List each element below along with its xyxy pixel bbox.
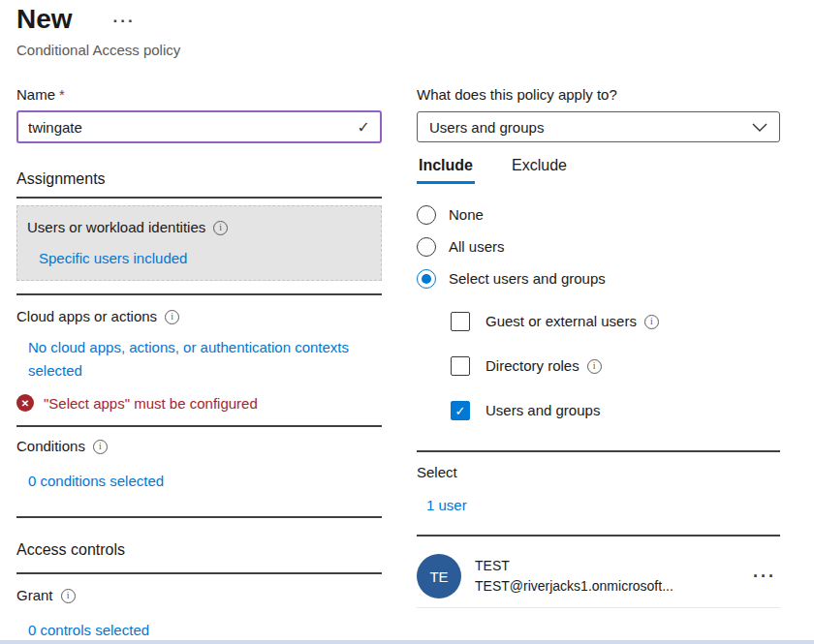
user-more-options-icon[interactable]: ··· xyxy=(749,567,780,587)
divider xyxy=(417,535,780,537)
info-icon[interactable] xyxy=(587,359,602,374)
radio-select-users-groups[interactable]: Select users and groups xyxy=(417,269,780,289)
checkbox-icon: ✓ xyxy=(451,312,470,331)
radio-icon xyxy=(417,237,436,257)
policy-name-field: ✓ xyxy=(16,110,382,143)
info-icon[interactable] xyxy=(93,440,108,454)
user-meta: TEST TEST@riverjacks1.onmicrosoft... xyxy=(475,556,749,597)
page-title: New xyxy=(16,4,73,35)
target-checkbox-group: ✓ Guest or external users ✓ Directory ro… xyxy=(451,312,780,420)
policy-form-column: Name * ✓ Assignments Users or workload i… xyxy=(16,85,382,640)
bottom-edge-strip xyxy=(0,640,814,644)
radio-all-users[interactable]: All users xyxy=(417,237,780,257)
error-message: "Select apps" must be configured xyxy=(44,395,258,412)
specific-users-link[interactable]: Specific users included xyxy=(39,249,187,268)
divider xyxy=(16,197,382,199)
users-panel-column: What does this policy apply to? Users an… xyxy=(417,85,780,608)
divider xyxy=(16,516,382,518)
selected-users-count-link[interactable]: 1 user xyxy=(426,496,467,515)
select-label: Select xyxy=(417,463,780,482)
divider xyxy=(16,293,382,295)
user-display-name: TEST xyxy=(475,556,749,576)
dropdown-value: Users and groups xyxy=(429,119,752,136)
checkbox-users-and-groups[interactable]: ✓ Users and groups xyxy=(451,401,780,420)
chevron-down-icon xyxy=(752,123,767,132)
error-icon: ✕ xyxy=(16,394,34,412)
users-identities-label: Users or workload identities xyxy=(27,218,371,237)
page-header: New ··· Conditional Access policy xyxy=(16,4,180,58)
apply-to-label: What does this policy apply to? xyxy=(417,85,780,105)
include-exclude-tabs: Include Exclude xyxy=(417,156,780,184)
name-label: Name * xyxy=(16,85,382,105)
users-identities-card: Users or workload identities Specific us… xyxy=(16,205,382,281)
policy-name-input[interactable] xyxy=(28,119,358,136)
divider xyxy=(417,450,780,452)
apply-to-dropdown[interactable]: Users and groups xyxy=(417,111,780,142)
checkbox-icon: ✓ xyxy=(451,356,470,376)
checkbox-directory-roles[interactable]: ✓ Directory roles xyxy=(451,356,780,376)
info-icon[interactable] xyxy=(165,310,179,324)
include-radio-group: None All users Select users and groups xyxy=(417,205,780,289)
user-email: TEST@riverjacks1.onmicrosoft... xyxy=(475,576,749,597)
tab-exclude[interactable]: Exclude xyxy=(510,156,569,184)
divider xyxy=(16,425,382,427)
cloud-apps-label: Cloud apps or actions xyxy=(16,307,382,326)
grant-label: Grant xyxy=(16,586,382,605)
assignments-header: Assignments xyxy=(16,169,382,190)
radio-none[interactable]: None xyxy=(417,205,780,225)
grant-link[interactable]: 0 controls selected xyxy=(28,621,149,640)
validation-error: ✕ "Select apps" must be configured xyxy=(16,394,382,412)
conditions-label: Conditions xyxy=(16,437,382,456)
valid-checkmark-icon: ✓ xyxy=(358,118,370,137)
checkbox-icon: ✓ xyxy=(451,401,470,420)
cloud-apps-link[interactable]: No cloud apps, actions, or authenticatio… xyxy=(28,336,350,383)
page-subtitle: Conditional Access policy xyxy=(16,42,180,58)
conditions-link[interactable]: 0 conditions selected xyxy=(28,472,164,491)
user-avatar: TE xyxy=(417,554,461,598)
required-asterisk: * xyxy=(59,85,65,105)
info-icon[interactable] xyxy=(644,315,659,329)
tab-include[interactable]: Include xyxy=(417,156,475,184)
selected-user-row[interactable]: TE TEST TEST@riverjacks1.onmicrosoft... … xyxy=(417,554,780,598)
more-options-icon[interactable]: ··· xyxy=(113,13,136,29)
info-icon[interactable] xyxy=(213,221,228,235)
radio-icon xyxy=(417,269,436,289)
checkbox-guest-external-users[interactable]: ✓ Guest or external users xyxy=(451,312,780,331)
divider xyxy=(16,572,382,574)
divider xyxy=(417,607,780,608)
radio-icon xyxy=(417,205,436,225)
access-controls-header: Access controls xyxy=(16,539,382,561)
info-icon[interactable] xyxy=(61,589,76,603)
